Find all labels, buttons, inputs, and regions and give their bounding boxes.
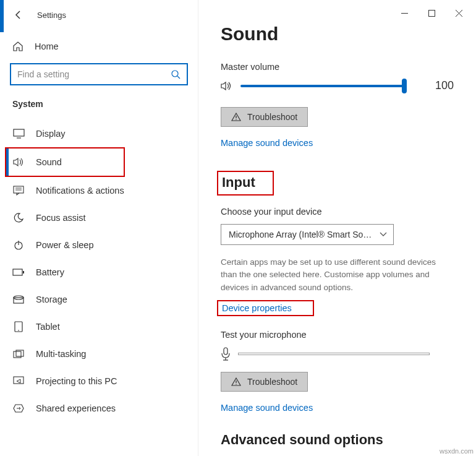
speaker-icon bbox=[221, 80, 233, 92]
main-panel: Sound Master volume 100 Troubleshoot Man… bbox=[198, 0, 476, 456]
sidebar-item-label: Power & sleep bbox=[36, 240, 94, 250]
svg-point-24 bbox=[236, 119, 236, 119]
volume-value: 100 bbox=[429, 79, 454, 92]
back-button[interactable] bbox=[12, 9, 25, 21]
button-label: Troubleshoot bbox=[247, 377, 297, 387]
input-heading: Input bbox=[217, 171, 274, 196]
volume-row: 100 bbox=[221, 79, 454, 92]
svg-rect-20 bbox=[428, 10, 435, 16]
arrow-left-icon bbox=[14, 10, 23, 20]
manage-input-devices-link[interactable]: Manage sound devices bbox=[221, 403, 313, 413]
svg-line-1 bbox=[177, 76, 180, 79]
microphone-icon bbox=[221, 347, 231, 361]
svg-rect-2 bbox=[14, 129, 24, 136]
warning-icon bbox=[231, 377, 241, 386]
search-box[interactable] bbox=[10, 63, 188, 85]
close-button[interactable] bbox=[445, 4, 472, 22]
sidebar-item-display[interactable]: Display bbox=[0, 120, 198, 147]
chevron-down-icon bbox=[380, 232, 387, 237]
multitasking-icon bbox=[12, 348, 25, 360]
watermark: wsxdn.com bbox=[440, 447, 474, 455]
notifications-icon bbox=[12, 184, 25, 197]
home-icon bbox=[12, 41, 23, 52]
window-controls bbox=[391, 4, 472, 22]
sidebar-item-power[interactable]: Power & sleep bbox=[0, 231, 198, 259]
storage-icon bbox=[12, 293, 25, 306]
input-device-select[interactable]: Microphone Array (Intel® Smart So… bbox=[221, 224, 394, 245]
app-title: Settings bbox=[37, 11, 66, 20]
master-volume-label: Master volume bbox=[221, 62, 454, 72]
sidebar-item-label: Multi-tasking bbox=[36, 349, 86, 359]
troubleshoot-output-button[interactable]: Troubleshoot bbox=[221, 107, 308, 127]
battery-icon bbox=[12, 266, 25, 278]
svg-point-29 bbox=[236, 384, 236, 384]
maximize-button[interactable] bbox=[418, 4, 445, 22]
test-mic-label: Test your microphone bbox=[221, 330, 454, 340]
sidebar-item-projecting[interactable]: Projecting to this PC bbox=[0, 368, 198, 395]
search-input[interactable] bbox=[17, 69, 171, 79]
sidebar-item-label: Projecting to this PC bbox=[36, 376, 117, 386]
svg-rect-9 bbox=[13, 269, 22, 275]
projecting-icon bbox=[12, 375, 25, 387]
content: Sound Master volume 100 Troubleshoot Man… bbox=[198, 0, 476, 456]
svg-rect-11 bbox=[14, 298, 23, 303]
sidebar-item-tablet[interactable]: Tablet bbox=[0, 313, 198, 340]
button-label: Troubleshoot bbox=[247, 112, 297, 122]
accent-edge bbox=[0, 0, 4, 32]
category-header: System bbox=[0, 85, 198, 113]
select-value: Microphone Array (Intel® Smart So… bbox=[229, 230, 372, 239]
sidebar-item-label: Notifications & actions bbox=[36, 186, 124, 196]
page-title: Sound bbox=[221, 24, 454, 45]
tablet-icon bbox=[12, 320, 25, 333]
mic-test-row bbox=[221, 347, 454, 361]
device-properties-link[interactable]: Device properties bbox=[217, 300, 314, 316]
advanced-heading: Advanced sound options bbox=[221, 432, 383, 448]
sidebar-item-label: Display bbox=[36, 129, 66, 139]
input-help-text: Certain apps may be set up to use differ… bbox=[221, 256, 454, 294]
slider-thumb[interactable] bbox=[402, 79, 407, 93]
sidebar-item-sound[interactable]: Sound bbox=[5, 147, 125, 177]
sidebar-item-home[interactable]: Home bbox=[0, 35, 198, 58]
troubleshoot-input-button[interactable]: Troubleshoot bbox=[221, 372, 308, 392]
display-icon bbox=[12, 127, 25, 140]
sidebar-item-label: Tablet bbox=[36, 322, 60, 332]
warning-icon bbox=[231, 113, 241, 121]
minimize-button[interactable] bbox=[391, 4, 418, 22]
sidebar-item-multitasking[interactable]: Multi-tasking bbox=[0, 340, 198, 368]
manage-output-devices-link[interactable]: Manage sound devices bbox=[221, 138, 313, 148]
moon-icon bbox=[12, 212, 25, 224]
home-label: Home bbox=[35, 41, 59, 51]
sidebar-item-notifications[interactable]: Notifications & actions bbox=[0, 177, 198, 204]
mic-level-bar bbox=[238, 353, 430, 355]
sidebar-item-focus-assist[interactable]: Focus assist bbox=[0, 204, 198, 231]
sidebar-item-label: Sound bbox=[36, 157, 62, 167]
sidebar-item-battery[interactable]: Battery bbox=[0, 259, 198, 286]
sidebar-item-label: Shared experiences bbox=[36, 403, 116, 413]
volume-slider[interactable] bbox=[240, 85, 407, 87]
shared-icon bbox=[12, 402, 25, 415]
search-icon bbox=[171, 69, 181, 79]
sidebar: Settings Home System Display Sound Notif… bbox=[0, 0, 198, 456]
sidebar-item-label: Storage bbox=[36, 295, 67, 304]
svg-point-14 bbox=[18, 330, 19, 331]
sidebar-item-storage[interactable]: Storage bbox=[0, 286, 198, 313]
svg-rect-10 bbox=[23, 271, 24, 273]
choose-input-label: Choose your input device bbox=[221, 207, 454, 217]
sound-icon bbox=[12, 156, 25, 168]
sidebar-item-shared[interactable]: Shared experiences bbox=[0, 395, 198, 422]
power-icon bbox=[12, 239, 25, 251]
nav-list: Display Sound Notifications & actions Fo… bbox=[0, 120, 198, 422]
svg-rect-25 bbox=[224, 348, 227, 355]
svg-point-0 bbox=[172, 71, 178, 77]
titlebar: Settings bbox=[0, 0, 198, 26]
sidebar-item-label: Battery bbox=[36, 267, 64, 277]
sidebar-item-label: Focus assist bbox=[36, 213, 86, 223]
